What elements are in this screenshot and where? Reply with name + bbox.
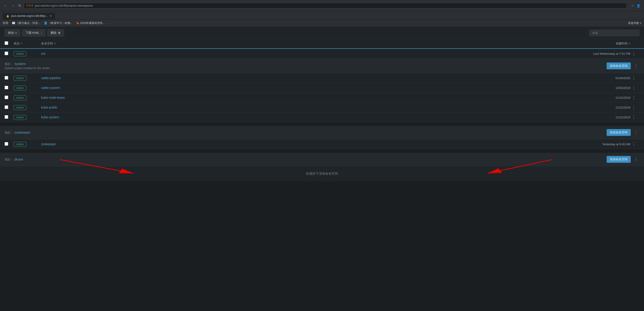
sre-namespace-row: Active sre Last Wednesday at 7:01 PM ⋮: [0, 48, 644, 59]
project-actions-zookeeper: 添加命名空间 ⋮: [606, 129, 640, 136]
download-label: 下载YAML: [26, 31, 39, 35]
delete-button[interactable]: 删除 🗑: [47, 29, 64, 36]
ns-checkbox-kube-public[interactable]: [4, 105, 8, 109]
url-text: jiuxi.rancher.org/c/c-bfc49/projects-nam…: [35, 4, 93, 7]
ns-menu-zookeeper[interactable]: ⋮: [630, 141, 637, 147]
add-namespace-btn-system[interactable]: 添加命名空间: [606, 62, 631, 69]
ns-menu-kube-public[interactable]: ⋮: [630, 105, 637, 110]
ns-menu-cattle-pipeline[interactable]: ⋮: [630, 75, 637, 81]
sre-checkbox[interactable]: [4, 51, 8, 55]
project-three-dot-system[interactable]: ⋮: [632, 63, 640, 69]
security-warning: 不安全: [26, 4, 34, 7]
project-name-drone[interactable]: drone: [14, 157, 23, 161]
profile-icon[interactable]: 👤: [636, 4, 640, 7]
project-three-dot-drone[interactable]: ⋮: [632, 156, 640, 162]
add-namespace-btn-drone[interactable]: 添加命名空间: [606, 156, 631, 163]
project-actions-drone: 添加命名空间 ⋮: [606, 156, 640, 163]
ns-checkbox-cell: [4, 76, 14, 80]
bookmark-1[interactable]: 📰 《新引爆点：抖音...: [12, 21, 40, 25]
project-name-line-drone: 项目： drone: [4, 157, 606, 162]
bookmark-others[interactable]: 其他书签 »: [628, 21, 641, 25]
nav-forward-icon[interactable]: →: [11, 4, 14, 8]
created-column-header[interactable]: 创建时间 ⇅: [580, 41, 630, 46]
sre-name-cell: sre: [41, 52, 580, 55]
ns-checkbox-cell-knl: [4, 95, 14, 100]
ns-checkbox-cattle-pipeline[interactable]: [4, 76, 8, 80]
bookmark-apps[interactable]: 应用: [3, 21, 8, 25]
project-three-dot-zookeeper[interactable]: ⋮: [632, 129, 640, 135]
ns-checkbox-cell-ks: [4, 115, 14, 119]
sre-name-link[interactable]: sre: [41, 52, 46, 55]
ns-name-cattle-system[interactable]: cattle-system: [41, 86, 60, 90]
namespace-sort-icon: ⇅: [54, 42, 56, 45]
project-section-system: 项目： System System project created for th…: [0, 59, 644, 122]
bookmark-2[interactable]: 📘 《终身学习：哈佛...: [44, 21, 72, 25]
ns-menu-cattle-system[interactable]: ⋮: [630, 85, 637, 90]
tab-close-icon[interactable]: ✕: [50, 14, 52, 17]
ns-time-kube-system: 11/21/2019: [580, 116, 630, 119]
ns-checkbox-kube-node-lease[interactable]: [4, 95, 8, 99]
ns-row-kube-node-lease: Active kube-node-lease 11/21/2019 ⋮: [0, 93, 644, 103]
project-title-zookeeper: 项目： zookeeper: [4, 130, 606, 135]
ns-row-kube-public: Active kube-public 11/21/2019 ⋮: [0, 103, 644, 112]
ns-name-cattle-pipeline[interactable]: cattle-pipeline: [41, 76, 61, 80]
active-tab[interactable]: 🔒 jiuxi.rancher.org/c/c-bfc49/pr... ✕: [2, 12, 56, 19]
sre-three-dot-menu[interactable]: ⋮: [630, 51, 637, 56]
ns-checkbox-cell-kp: [4, 105, 14, 110]
bookmark-icon[interactable]: ☆: [631, 4, 634, 7]
nav-icons: ← → ↻: [4, 3, 21, 8]
ns-name-zookeeper[interactable]: zookeeper: [41, 142, 56, 146]
ns-name-kube-node-lease[interactable]: kube-node-lease: [41, 96, 65, 99]
select-all-checkbox[interactable]: [4, 41, 8, 45]
ns-name-kube-public[interactable]: kube-public: [41, 106, 58, 109]
ns-name-kube-system[interactable]: kube-system: [41, 115, 59, 119]
ns-time-kube-node-lease: 11/21/2019: [580, 96, 630, 99]
add-namespace-btn-zookeeper[interactable]: 添加命名空间: [606, 129, 631, 136]
header-checkbox-col: [4, 41, 14, 46]
ns-row-cattle-pipeline: Active cattle-pipeline 01/04/2020 ⋮: [0, 73, 644, 83]
created-sort-icon: ⇅: [628, 42, 630, 45]
project-actions-system: 添加命名空间 ⋮: [606, 62, 640, 69]
search-input[interactable]: [589, 30, 640, 36]
project-desc-system: System project created for the cluster: [4, 67, 606, 70]
ns-badge-kube-system: Active: [14, 115, 26, 120]
tab-favicon: 🔒: [6, 14, 9, 17]
project-name-zookeeper[interactable]: zookeeper: [14, 130, 30, 134]
sre-status-cell: Active: [14, 52, 41, 55]
projects-container: 项目： System System project created for th…: [0, 59, 644, 181]
ns-checkbox-cattle-system[interactable]: [4, 86, 8, 89]
bookmark-3[interactable]: 🔖 2018年最新杭州车...: [76, 21, 105, 25]
toolbar: 移动 ⎋ 下载YAML ↓ 删除 🗑: [0, 27, 644, 39]
ns-row-cattle-system: Active cattle-system 12/03/2019 ⋮: [0, 83, 644, 93]
nav-back-icon[interactable]: ←: [4, 4, 7, 8]
bookmarks-bar: 应用 📰 《新引爆点：抖音... 📘 《终身学习：哈佛... 🔖 2018年最新…: [0, 19, 644, 27]
project-label-prefix-drone: 项目：: [4, 158, 14, 161]
address-bar[interactable]: 不安全 jiuxi.rancher.org/c/c-bfc49/projects…: [24, 3, 627, 8]
ns-time-kube-public: 11/21/2019: [580, 106, 630, 109]
ns-time-zookeeper: Yesterday at 9:45 AM: [580, 142, 630, 146]
project-name-system[interactable]: System: [14, 62, 26, 66]
move-button[interactable]: 移动 ⎋: [4, 29, 20, 36]
status-column-header[interactable]: 状态 ⇅: [14, 41, 41, 46]
share-icon: ⎋: [15, 31, 17, 34]
ns-menu-kube-system[interactable]: ⋮: [630, 114, 637, 120]
project-name-line-system: 项目： System: [4, 62, 606, 66]
namespace-column-header[interactable]: 命名空间 ⇅: [41, 41, 580, 46]
browser-top-bar: ← → ↻ 不安全 jiuxi.rancher.org/c/c-bfc49/pr…: [0, 0, 644, 11]
project-section-zookeeper: 项目： zookeeper 添加命名空间 ⋮ Active zookeeper …: [0, 126, 644, 149]
download-yaml-button[interactable]: 下载YAML ↓: [22, 29, 46, 36]
project-name-line-zookeeper: 项目： zookeeper: [4, 130, 606, 135]
ns-badge-cattle-system: Active: [14, 85, 26, 90]
ns-menu-kube-node-lease[interactable]: ⋮: [630, 95, 637, 100]
tab-bar: 🔒 jiuxi.rancher.org/c/c-bfc49/pr... ✕: [0, 11, 644, 19]
tab-label: jiuxi.rancher.org/c/c-bfc49/pr...: [11, 14, 48, 17]
project-header-system: 项目： System System project created for th…: [0, 59, 644, 73]
drone-empty-text: 此项目下没有命名空间: [306, 172, 338, 175]
project-section-drone: 项目： drone 添加命名空间 ⋮ 此项目下没有命名空间: [0, 153, 644, 181]
ns-checkbox-kube-system[interactable]: [4, 115, 8, 119]
nav-refresh-icon[interactable]: ↻: [18, 3, 21, 8]
ns-checkbox-cell-cs: [4, 86, 14, 90]
project-title-drone: 项目： drone: [4, 157, 606, 162]
ns-checkbox-zookeeper[interactable]: [4, 142, 8, 146]
ns-row-zookeeper: Active zookeeper Yesterday at 9:45 AM ⋮: [0, 139, 644, 149]
